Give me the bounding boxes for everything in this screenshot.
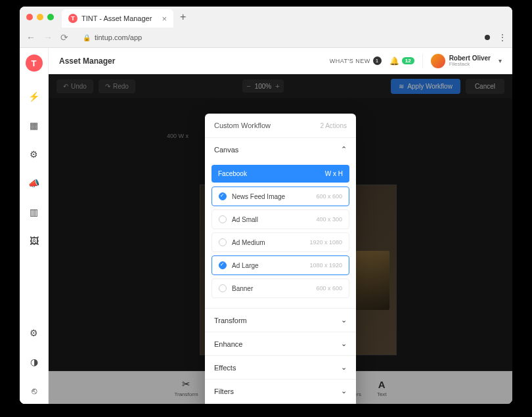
option-name: News Feed Image (232, 193, 285, 200)
section-transform-header[interactable]: Transform ⌄ (205, 309, 356, 332)
nav-forward-icon[interactable]: → (43, 32, 53, 43)
rail-share-icon[interactable]: ⚙ (25, 145, 43, 164)
nav-reload-icon[interactable]: ⟳ (60, 32, 68, 43)
lock-icon: 🔒 (83, 34, 91, 41)
new-tab-button[interactable]: + (180, 11, 186, 23)
browser-tab[interactable]: T TINT - Asset Manager × (62, 9, 173, 28)
section-enhance: Enhance ⌄ (205, 332, 356, 355)
modal-title: Custom Workflow (214, 121, 271, 129)
option-name: Ad Small (232, 216, 258, 223)
rail-layout-icon[interactable]: ▥ (25, 203, 43, 221)
notifications-button[interactable]: 🔔 12 (389, 56, 414, 66)
rail-megaphone-icon[interactable]: 📣 (25, 174, 43, 192)
canvas-option-row[interactable]: News Feed Image600 x 600 (211, 187, 349, 206)
section-enhance-header[interactable]: Enhance ⌄ (205, 332, 356, 355)
section-effects: Effects ⌄ (205, 355, 356, 379)
app-content: T ⚡ ▦ ⚙ 📣 ▥ 🖼 ⚙ ◑ ⎋ Asset Manager WHAT'S… (20, 48, 512, 404)
whats-new-badge: 1 (373, 56, 382, 65)
user-menu[interactable]: Robert Oliver Filestack ▾ (422, 54, 502, 68)
section-filters: Filters ⌄ (205, 379, 356, 403)
option-name: Banner (232, 285, 253, 292)
radio-icon (219, 192, 227, 200)
modal-header: Custom Workflow 2 Actions (205, 114, 356, 137)
section-effects-label: Effects (214, 364, 236, 372)
whats-new-link[interactable]: WHAT'S NEW 1 (330, 56, 382, 65)
profile-avatar-icon[interactable] (485, 35, 490, 40)
section-enhance-label: Enhance (214, 340, 242, 348)
chevron-down-icon: ⌄ (341, 316, 347, 324)
option-name: Ad Large (232, 262, 259, 269)
window-maximize-icon[interactable] (47, 14, 54, 20)
url-input[interactable]: 🔒 tintup.com/app (76, 30, 477, 45)
rail-bolt-icon[interactable]: ⚡ (25, 87, 43, 106)
browser-window: T TINT - Asset Manager × + ← → ⟳ 🔒 tintu… (20, 7, 512, 404)
platform-dim-header: W x H (325, 170, 343, 177)
left-rail: T ⚡ ▦ ⚙ 📣 ▥ 🖼 ⚙ ◑ ⎋ (20, 48, 49, 404)
rail-help-icon[interactable]: ◑ (25, 353, 43, 371)
window-close-icon[interactable] (26, 14, 33, 20)
modal-footer: Preview Cancel Save (205, 403, 356, 404)
section-canvas-body: Facebook W x H News Feed Image600 x 600A… (205, 161, 356, 308)
section-transform: Transform ⌄ (205, 308, 356, 332)
option-dimensions: 600 x 600 (316, 193, 342, 200)
rail-logout-icon[interactable]: ⎋ (25, 382, 43, 400)
option-name: Ad Medium (232, 239, 265, 246)
page-title: Asset Manager (59, 56, 115, 66)
chevron-down-icon: ▾ (499, 57, 502, 64)
radio-icon (219, 284, 227, 292)
radio-icon (219, 215, 227, 223)
section-transform-label: Transform (214, 317, 247, 324)
tab-title: TINT - Asset Manager (81, 14, 152, 22)
section-canvas-header[interactable]: Canvas ⌃ (205, 138, 356, 161)
option-dimensions: 1080 x 1920 (309, 262, 342, 269)
radio-icon (219, 261, 227, 269)
section-canvas: Canvas ⌃ Facebook W x H News Feed Image6… (205, 137, 356, 308)
user-name-label: Robert Oliver (449, 55, 491, 62)
url-text: tintup.com/app (95, 33, 142, 41)
canvas-option-row[interactable]: Ad Large1080 x 1920 (211, 255, 349, 275)
user-org-label: Filestack (449, 62, 491, 68)
tab-bar: T TINT - Asset Manager × + (20, 7, 512, 28)
canvas-option-row[interactable]: Ad Small400 x 300 (211, 209, 349, 229)
chevron-down-icon: ⌄ (341, 340, 347, 348)
nav-back-icon[interactable]: ← (26, 32, 35, 43)
modal-actions-count: 2 Actions (320, 122, 347, 129)
section-effects-header[interactable]: Effects ⌄ (205, 356, 356, 379)
canvas-option-row[interactable]: Ad Medium1920 x 1080 (211, 232, 349, 252)
bell-icon: 🔔 (389, 56, 399, 66)
option-dimensions: 400 x 300 (316, 216, 342, 223)
main-area: Asset Manager WHAT'S NEW 1 🔔 12 Robert O… (49, 48, 512, 404)
editor-area: ↶Undo ↷Redo − 100% + ≋Apply Workflow Can… (49, 74, 512, 404)
app-logo-icon[interactable]: T (26, 55, 43, 72)
window-minimize-icon[interactable] (37, 14, 43, 20)
browser-chrome: T TINT - Asset Manager × + ← → ⟳ 🔒 tintu… (20, 7, 512, 48)
canvas-option-row[interactable]: Banner600 x 600 (211, 278, 349, 298)
chevron-down-icon: ⌄ (341, 363, 347, 372)
option-dimensions: 600 x 600 (316, 285, 342, 292)
traffic-lights (26, 14, 54, 20)
section-canvas-label: Canvas (214, 146, 238, 154)
notification-count-badge: 12 (402, 57, 414, 64)
app-header: Asset Manager WHAT'S NEW 1 🔔 12 Robert O… (49, 48, 512, 74)
platform-name: Facebook (218, 170, 247, 177)
address-bar: ← → ⟳ 🔒 tintup.com/app ⋮ (20, 28, 512, 47)
tab-close-icon[interactable]: × (162, 14, 167, 24)
section-filters-header[interactable]: Filters ⌄ (205, 380, 356, 403)
rail-settings-icon[interactable]: ⚙ (25, 324, 43, 342)
browser-menu-icon[interactable]: ⋮ (498, 32, 506, 43)
user-avatar-icon (431, 54, 445, 68)
rail-grid-icon[interactable]: ▦ (25, 116, 43, 135)
platform-header[interactable]: Facebook W x H (211, 165, 349, 183)
rail-image-icon[interactable]: 🖼 (25, 232, 43, 250)
section-filters-label: Filters (214, 387, 234, 395)
chevron-up-icon: ⌃ (341, 145, 347, 154)
whats-new-label: WHAT'S NEW (330, 58, 370, 64)
workflow-modal: Custom Workflow 2 Actions Canvas ⌃ Faceb… (205, 114, 356, 404)
option-dimensions: 1920 x 1080 (309, 239, 342, 246)
tab-favicon-icon: T (68, 14, 78, 23)
radio-icon (219, 238, 227, 246)
chevron-down-icon: ⌄ (341, 387, 347, 395)
